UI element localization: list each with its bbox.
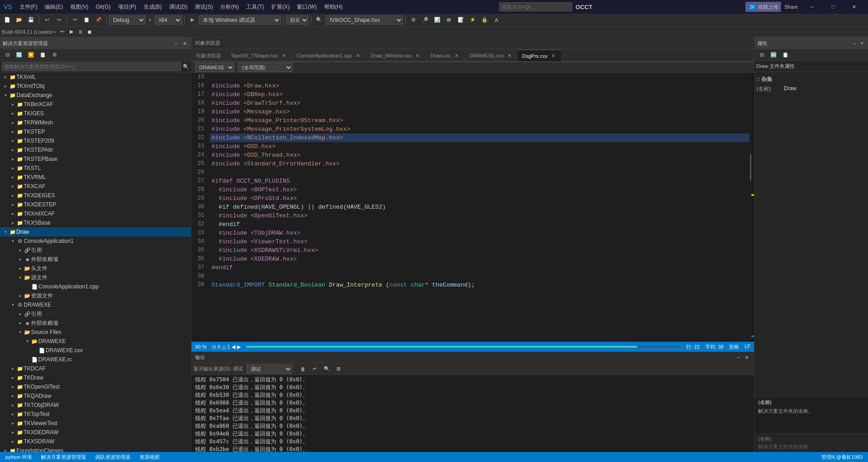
menu-view[interactable]: 视图(V) <box>67 0 92 14</box>
tree-item-extdeps[interactable]: ▸◈外部依赖项 <box>0 255 191 264</box>
tab-5[interactable]: DRAWEXE.cxx✕ <box>465 50 518 62</box>
error-indicator[interactable]: ⊙ 0 <box>212 344 220 350</box>
build-btn1[interactable]: ↩ <box>58 28 67 36</box>
close-props-btn[interactable]: ✕ <box>859 40 865 46</box>
line-content-21[interactable]: #include <Message_PrinterSystemLog.hxx> <box>210 125 749 133</box>
tree-item-DRAWEXE_dir[interactable]: ▾📂DRAWEXE <box>0 337 191 346</box>
line-content-27[interactable]: #ifdef OCCT_NO_PLUGINS <box>210 177 749 185</box>
menu-git[interactable]: Git(G) <box>92 0 114 14</box>
expand-TKTObjDRAW[interactable]: ▸ <box>9 403 16 407</box>
tab-1[interactable]: TopoDS_TShape.hxx✕ <box>226 50 292 62</box>
tab-close-3[interactable]: ✕ <box>414 53 421 59</box>
line-content-19[interactable]: #include <Message.hxx> <box>210 108 749 116</box>
tree-item-headers[interactable]: ▸📂头文件 <box>0 264 191 273</box>
expand-TKDraw[interactable]: ▸ <box>9 375 16 380</box>
output-content[interactable]: 线程 0x7504 已退出，返回值为 0 (0x0)。线程 0x6e30 已退出… <box>191 375 754 452</box>
search-icon-btn[interactable]: 🔍 <box>314 15 325 25</box>
tool1[interactable]: ⚙ <box>408 15 419 25</box>
tree-item-FoundationClasses[interactable]: ▸📁FoundationClasses <box>0 446 191 452</box>
expand-TKBinXCAF[interactable]: ▸ <box>9 102 16 107</box>
properties-btn[interactable]: ⚙ <box>49 50 60 60</box>
tab-close-6[interactable]: ✕ <box>550 53 557 59</box>
expand-extdeps2[interactable]: ▸ <box>16 321 24 325</box>
menu-project[interactable]: 项目(P) <box>114 0 140 14</box>
tree-item-extdeps2[interactable]: ▸◈外部依赖项 <box>0 318 191 328</box>
tree-item-TKXSDRAW[interactable]: ▸📁TKXSDRAW <box>0 437 191 446</box>
expand-TKXmlXCAF[interactable]: ▸ <box>9 211 16 216</box>
close-btn[interactable]: ✕ <box>843 0 864 14</box>
tree-item-TKSTL[interactable]: ▸📁TKSTL <box>0 164 191 173</box>
build-btn2[interactable]: ▶ <box>67 28 76 36</box>
tree-item-TKDraw[interactable]: ▸📁TKDraw <box>0 373 191 382</box>
save-btn[interactable]: 💾 <box>26 15 36 25</box>
tree-item-DRAWEXE[interactable]: ▾⚙DRAWEXE <box>0 300 191 309</box>
expand-TKSTEP[interactable]: ▸ <box>9 129 16 134</box>
line-content-18[interactable]: #include <DrawTrSurf.hxx> <box>210 99 749 108</box>
tree-item-ConsoleApplication1[interactable]: ▾⚙ConsoleApplication1 <box>0 236 191 246</box>
expand-TKTopTest[interactable]: ▸ <box>9 412 16 416</box>
expand-DRAWEXE_dir[interactable]: ▾ <box>24 339 31 344</box>
tree-item-TKXDEDRAW[interactable]: ▸📁TKXDEDRAW <box>0 428 191 437</box>
copy-btn[interactable]: 📋 <box>81 15 92 25</box>
expand-TKSTEP209[interactable]: ▸ <box>9 139 16 143</box>
expand-extdeps[interactable]: ▸ <box>16 257 24 262</box>
expand-TKXmlL[interactable]: ▸ <box>2 75 9 79</box>
expand-TKDCAF[interactable]: ▸ <box>9 366 16 371</box>
line-content-25[interactable]: #include <Standard_ErrorHandler.hxx> <box>210 159 749 168</box>
tool3[interactable]: 📊 <box>432 15 443 25</box>
target-select[interactable]: 本地 Windows 调试器 <box>199 15 281 25</box>
line-content-38[interactable] <box>210 272 749 281</box>
encoding-info[interactable]: 安格 <box>729 344 739 350</box>
tree-item-TKDCAF[interactable]: ▸📁TKDCAF <box>0 364 191 373</box>
sort-alpha-btn[interactable]: 🔤 <box>768 50 779 60</box>
expand-TKQADraw[interactable]: ▸ <box>9 394 16 398</box>
expand-TKOpenGlTest[interactable]: ▸ <box>9 385 16 389</box>
close-panel-btn[interactable]: ✕ <box>181 40 188 47</box>
expand-TKSTEPBase[interactable]: ▸ <box>9 157 16 161</box>
tree-item-TKOpenGlTest[interactable]: ▸📁TKOpenGlTest <box>0 382 191 391</box>
tree-item-TKTObjDRAW[interactable]: ▸📁TKTObjDRAW <box>0 400 191 410</box>
file-scope-select[interactable]: DRAWEXE <box>195 63 234 72</box>
menu-help[interactable]: 帮助(H) <box>320 0 346 14</box>
line-content-23[interactable]: #include <OSD.hxx> <box>210 142 749 151</box>
expand-headers[interactable]: ▸ <box>16 266 24 271</box>
expand-DataExchange[interactable]: ▾ <box>2 93 9 98</box>
prev-btn[interactable]: ◀ <box>232 344 235 350</box>
line-content-28[interactable]: #include <BOPTest.hxx> <box>210 185 749 194</box>
line-content-31[interactable]: #include <OpenGlTest.hxx> <box>210 211 749 220</box>
expand-TKIGES[interactable]: ▸ <box>9 111 16 116</box>
paste-btn[interactable]: 📌 <box>93 15 104 25</box>
maximize-btn[interactable]: □ <box>822 0 843 14</box>
tree-item-TKQADraw[interactable]: ▸📁TKQADraw <box>0 391 191 400</box>
line-ending-info[interactable]: LF <box>744 344 750 350</box>
filter-btn[interactable]: 🔽 <box>26 50 36 60</box>
line-content-20[interactable]: #include <Message_PrinterOStream.hxx> <box>210 116 749 125</box>
tree-item-TKXCAF[interactable]: ▸📁TKXCAF <box>0 182 191 191</box>
expand-FoundationClasses[interactable]: ▸ <box>2 448 9 452</box>
resource-view-status[interactable]: 资源视图 <box>138 454 161 461</box>
expand-Draw[interactable]: ▾ <box>2 230 9 234</box>
warning-indicator[interactable]: △ 1 <box>222 344 230 350</box>
build-btn3[interactable]: ⏸ <box>77 28 85 36</box>
expand-TKSTL[interactable]: ▸ <box>9 166 16 170</box>
build-btn4[interactable]: ⏹ <box>86 28 94 36</box>
expand-resourcefiles[interactable]: ▸ <box>16 293 24 298</box>
solution-explorer-status[interactable]: 解决方案资源管理器 <box>39 454 88 461</box>
python-env-status[interactable]: python 环境 <box>4 454 34 461</box>
tree-item-TKXmlXCAF[interactable]: ▸📁TKXmlXCAF <box>0 209 191 218</box>
minimize-btn[interactable]: ─ <box>801 0 822 14</box>
tool6[interactable]: ⚡ <box>467 15 478 25</box>
expand-sources[interactable]: ▾ <box>16 275 24 280</box>
pin-output-btn[interactable]: ─ <box>735 354 742 361</box>
line-content-24[interactable]: #include <OSD_Thread.hxx> <box>210 151 749 159</box>
tab-6[interactable]: DsgPrs.cxx✕ <box>517 50 562 62</box>
share-btn[interactable]: Share <box>785 4 798 10</box>
tree-item-DataExchange[interactable]: ▾📁DataExchange <box>0 91 191 100</box>
global-search-input[interactable] <box>499 2 572 11</box>
tree-item-TKTopTest[interactable]: ▸📁TKTopTest <box>0 410 191 419</box>
tab-close-1[interactable]: ✕ <box>281 53 287 59</box>
expand-TKXSBase[interactable]: ▸ <box>9 221 16 225</box>
tree-item-TKVRML[interactable]: ▸📁TKVRML <box>0 173 191 182</box>
clear-output-btn[interactable]: 🗑 <box>298 364 309 374</box>
team-explorer-status[interactable]: 团队资源管理器 <box>93 454 132 461</box>
